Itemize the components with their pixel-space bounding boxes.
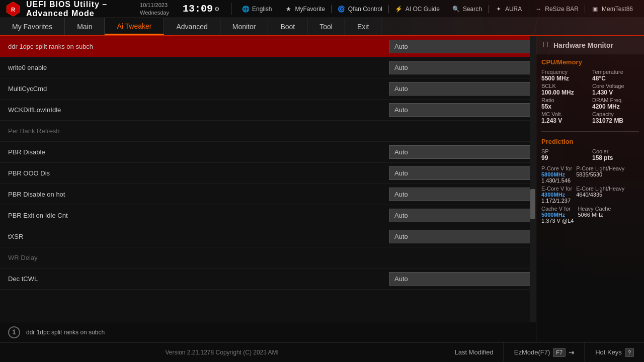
table-row: WR Delay: [0, 247, 536, 268]
scrollbar-track[interactable]: [530, 36, 536, 342]
info-icon: i: [8, 326, 20, 338]
row-label-grayed: WR Delay: [0, 250, 385, 265]
settings-icon[interactable]: ⚙: [215, 5, 219, 13]
nav-item-qfan[interactable]: 🌀 Qfan Control: [332, 5, 389, 13]
core-voltage-label: Core Voltage 1.430 V: [592, 83, 639, 96]
row-value: Auto: [385, 164, 536, 182]
row-value: Auto: [385, 228, 536, 245]
table-row[interactable]: Dec tCWL Auto: [0, 268, 536, 290]
tab-advanced[interactable]: Advanced: [164, 18, 220, 35]
table-row[interactable]: ddr 1dpc split ranks on subch Auto: [0, 36, 536, 57]
divider: [231, 3, 231, 15]
bclk-label: BCLK 100.00 MHz: [541, 83, 588, 96]
date-display: 10/11/2023: [140, 2, 169, 9]
table-row[interactable]: PBR Disable Auto: [0, 142, 536, 163]
row-label: Dec tCWL: [0, 271, 385, 287]
prediction-sp-cooler: SP 99 Cooler 158 pts: [541, 148, 639, 161]
table-row[interactable]: PBR Disable on hot Auto: [0, 184, 536, 205]
hot-keys-label: Hot Keys: [595, 348, 622, 356]
tab-tool[interactable]: Tool: [307, 18, 345, 35]
e-core-v-row: E-Core V for 4300MHz 1.172/1.237 E-Core …: [541, 186, 639, 204]
row-value-empty: [385, 256, 536, 260]
tab-main[interactable]: Main: [65, 18, 105, 35]
memtest-icon: ▣: [591, 5, 599, 13]
table-row[interactable]: MultiCycCmd Auto: [0, 78, 536, 100]
tabbar: My Favorites Main Ai Tweaker Advanced Mo…: [0, 18, 644, 36]
ezmode-label: EzMode(F7): [514, 348, 550, 356]
value-box[interactable]: Auto: [389, 230, 535, 243]
divider: [541, 131, 639, 132]
ratio-label: Ratio 55x: [541, 97, 588, 110]
tab-boot[interactable]: Boot: [268, 18, 307, 35]
dram-freq-label: DRAM Freq. 4200 MHz: [592, 97, 639, 110]
nav-item-myfavorite[interactable]: ★ MyFavorite: [278, 5, 331, 13]
row-value-empty: [385, 129, 536, 133]
table-row: Per Bank Refresh: [0, 121, 536, 142]
row-value: Auto: [385, 270, 536, 288]
prediction-section: Prediction SP 99 Cooler 158 pts P-Core V…: [536, 134, 644, 228]
last-modified-button[interactable]: Last Modified: [444, 342, 503, 362]
tab-exit[interactable]: Exit: [345, 18, 381, 35]
fan-icon: 🌀: [338, 5, 346, 13]
ezmode-key: F7: [553, 348, 566, 357]
tab-monitor[interactable]: Monitor: [220, 18, 269, 35]
row-value: Auto: [385, 101, 536, 119]
nav-label-qfan: Qfan Control: [348, 6, 382, 13]
hot-keys-button[interactable]: Hot Keys ?: [585, 342, 644, 362]
datetime-area: 10/11/2023 Wednesday: [140, 2, 169, 16]
oc-icon: ⚡: [395, 5, 403, 13]
value-box[interactable]: Auto: [389, 272, 535, 286]
value-box[interactable]: Auto: [389, 82, 535, 96]
tab-ai-tweaker[interactable]: Ai Tweaker: [105, 18, 164, 35]
nav-item-search[interactable]: 🔍 Search: [446, 5, 489, 13]
table-row[interactable]: write0 enable Auto: [0, 57, 536, 78]
nav-label-aioc: AI OC Guide: [406, 6, 440, 13]
table-row[interactable]: tXSR Auto: [0, 226, 536, 247]
nav-item-resizebar[interactable]: ↔ ReSize BAR: [528, 5, 585, 13]
info-bar: i ddr 1dpc split ranks on subch: [0, 322, 536, 342]
table-row[interactable]: PBR OOO Dis Auto: [0, 163, 536, 184]
row-value: Auto: [385, 143, 536, 161]
cpu-memory-section: CPU/Memory Frequency 5500 MHz Temperatur…: [536, 54, 644, 129]
table-row[interactable]: PBR Exit on Idle Cnt Auto: [0, 205, 536, 226]
monitor-icon: 🖥: [541, 40, 549, 50]
hw-monitor-title: Hardware Monitor: [553, 41, 613, 49]
row-value: Auto: [385, 80, 536, 98]
value-box[interactable]: Auto: [389, 166, 535, 180]
temperature-label: Temperature 48°C: [592, 69, 639, 82]
svg-text:R: R: [11, 6, 15, 12]
rog-logo-icon: R: [5, 1, 21, 17]
header: R UEFI BIOS Utility – Advanced Mode 10/1…: [0, 0, 644, 18]
star-icon: ★: [284, 5, 292, 13]
settings-table: ddr 1dpc split ranks on subch Auto write…: [0, 36, 536, 290]
ezmode-arrow: ⇥: [569, 348, 575, 356]
nav-item-aioc[interactable]: ⚡ AI OC Guide: [389, 5, 446, 13]
cpu-memory-grid: Frequency 5500 MHz Temperature 48°C BCLK…: [541, 69, 639, 124]
nav-label-resizebar: ReSize BAR: [545, 6, 579, 13]
nav-item-english[interactable]: 🌐 English: [235, 5, 278, 13]
ezmode-button[interactable]: EzMode(F7) F7 ⇥: [504, 342, 585, 362]
main-content: ddr 1dpc split ranks on subch Auto write…: [0, 36, 644, 342]
day-display: Wednesday: [140, 9, 169, 16]
row-value: Auto: [385, 38, 536, 55]
table-row[interactable]: WCKDiffLowInIdle Auto: [0, 100, 536, 121]
tab-my-favorites[interactable]: My Favorites: [0, 18, 65, 35]
value-box[interactable]: Auto: [389, 103, 535, 117]
header-left: R UEFI BIOS Utility – Advanced Mode: [5, 0, 140, 18]
header-nav: 🌐 English ★ MyFavorite 🌀 Qfan Control ⚡ …: [235, 5, 639, 13]
value-box[interactable]: Auto: [389, 145, 535, 159]
nav-item-memtest[interactable]: ▣ MemTest86: [585, 5, 639, 13]
nav-item-aura[interactable]: ✦ AURA: [489, 5, 528, 13]
nav-label-aura: AURA: [505, 6, 522, 13]
globe-icon: 🌐: [242, 5, 250, 13]
frequency-label: Frequency 5500 MHz: [541, 69, 588, 82]
time-display: 13:09 ⚙: [183, 3, 219, 15]
value-box[interactable]: Auto: [389, 209, 535, 222]
aura-icon: ✦: [495, 5, 503, 13]
settings-panel: ddr 1dpc split ranks on subch Auto write…: [0, 36, 536, 342]
bios-title: UEFI BIOS Utility – Advanced Mode: [26, 0, 130, 18]
value-box[interactable]: Auto: [389, 188, 535, 201]
value-box[interactable]: Auto: [389, 40, 535, 53]
scrollbar-thumb[interactable]: [530, 189, 535, 219]
value-box[interactable]: Auto: [389, 61, 535, 74]
